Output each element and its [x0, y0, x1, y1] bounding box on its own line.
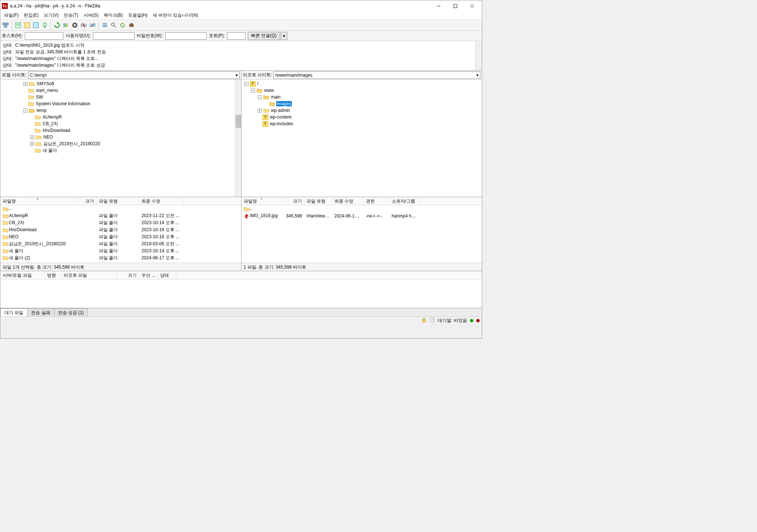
tree-item[interactable]: +김남돈_2019전시_20190220 [0, 140, 241, 147]
tree-expander[interactable]: − [258, 95, 262, 99]
compare-icon[interactable] [119, 21, 127, 29]
tree-expander[interactable]: + [258, 109, 262, 113]
file-row[interactable]: HncDownload 파일 폴더 2023-10-16 오후 ... [0, 226, 241, 233]
toggle-log-icon[interactable] [14, 21, 22, 29]
file-row[interactable]: AUtempR 파일 폴더 2023-11-22 오전 ... [0, 212, 241, 219]
menu-help[interactable]: 도움말(H) [126, 11, 150, 19]
col-date[interactable]: 최종 수정 [332, 197, 364, 205]
menu-edit[interactable]: 편집(E) [21, 11, 41, 19]
col-type[interactable]: 파일 유형 [97, 197, 139, 205]
tree-item[interactable]: images [241, 100, 482, 107]
tree-item[interactable]: −www [241, 87, 482, 94]
col-size[interactable]: 크기 [282, 197, 304, 205]
quickconnect-dropdown[interactable]: ▾ [281, 32, 287, 40]
col-direction[interactable]: 방향 [45, 271, 61, 279]
tree-item[interactable]: 새 폴더 [0, 147, 241, 154]
col-serverfile[interactable]: 서버/로컬 파일 [0, 271, 45, 279]
remote-path-input[interactable]: /www/main/images▾ [273, 72, 480, 79]
file-row[interactable]: IMG_1819.jpg 345,598 IrfanView J... 2024… [241, 212, 482, 219]
tree-expander[interactable]: + [30, 135, 34, 139]
close-button[interactable] [464, 1, 480, 11]
col-remotefile[interactable]: 리모트 파일 [61, 271, 117, 279]
reconnect-icon[interactable] [89, 21, 97, 29]
tree-item[interactable]: ?wp-content [241, 114, 482, 120]
tree-item[interactable]: CB_2차 [0, 120, 241, 127]
menu-update[interactable]: 새 버전이 있습니다!(N) [150, 11, 200, 19]
tree-expander[interactable]: − [23, 109, 27, 113]
col-filename[interactable]: ▴파일명 [0, 197, 74, 205]
col-perm[interactable]: 권한 [364, 197, 390, 205]
tree-item[interactable]: +wp-admin [241, 107, 482, 114]
log-scrollbar[interactable] [476, 41, 482, 70]
queue-header[interactable]: 서버/로컬 파일 방향 리모트 파일 크기 우선 ... 상태 [0, 271, 482, 279]
col-priority[interactable]: 우선 ... [139, 271, 158, 279]
menu-view[interactable]: 보기(V) [41, 11, 61, 19]
tree-item[interactable]: −?/ [241, 80, 482, 87]
col-size[interactable]: 크기 [117, 271, 139, 279]
tree-expander[interactable]: − [251, 89, 255, 93]
toggle-remote-tree-icon[interactable] [32, 21, 40, 29]
file-row[interactable]: CB_2차 파일 폴더 2023-10-14 오후 ... [0, 219, 241, 226]
col-owner[interactable]: 소유자/그룹 [390, 197, 419, 205]
minimize-button[interactable] [430, 1, 447, 11]
pass-input[interactable] [165, 32, 207, 40]
col-status[interactable]: 상태 [158, 271, 176, 279]
file-row[interactable]: 새 폴더 (2) 파일 폴더 2024-06-17 오후 ... [0, 255, 241, 262]
speed-limit-icon[interactable] [430, 317, 435, 324]
local-tree[interactable]: +SMYSoftstart_menuSWSystem Volume Inform… [0, 80, 241, 197]
remote-filelist-header[interactable]: ▴파일명 크기 파일 유형 최종 수정 권한 소유자/그룹 [241, 197, 482, 205]
remote-filelist-body[interactable]: .. IMG_1819.jpg 345,598 IrfanView J... 2… [241, 205, 482, 263]
col-type[interactable]: 파일 유형 [304, 197, 332, 205]
maximize-button[interactable] [447, 1, 464, 11]
tree-item[interactable]: +NEO [0, 134, 241, 140]
host-input[interactable] [25, 32, 63, 40]
tree-item[interactable]: −main [241, 94, 482, 100]
col-size[interactable]: 크기 [74, 197, 97, 205]
process-queue-icon[interactable] [62, 21, 70, 29]
local-path-input[interactable]: C:\temp\▾ [28, 72, 240, 79]
file-row[interactable]: .. [241, 205, 482, 212]
tree-expander[interactable]: + [30, 142, 34, 146]
menu-server[interactable]: 서버(S) [81, 11, 101, 19]
tree-item[interactable]: AUtempR [0, 114, 241, 120]
cancel-icon[interactable] [71, 21, 79, 29]
tree-item[interactable]: start_menu [0, 87, 241, 94]
col-date[interactable]: 최종 수정 [139, 197, 184, 205]
tree-item[interactable]: System Volume Information [0, 100, 241, 107]
file-row[interactable]: 김남돈_2019전시_20190220 파일 폴더 2019-03-06 오전 … [0, 240, 241, 247]
local-tree-scrollbar[interactable] [235, 80, 241, 197]
tree-item[interactable]: +SMYSoft [0, 80, 241, 87]
toggle-queue-icon[interactable] [41, 21, 49, 29]
col-filename[interactable]: ▴파일명 [241, 197, 282, 205]
lock-icon[interactable] [421, 317, 427, 324]
menu-transfer[interactable]: 전송(T) [61, 11, 80, 19]
tab-successful[interactable]: 전송 성공 (1) [54, 308, 88, 316]
search-icon[interactable] [110, 21, 118, 29]
refresh-icon[interactable] [53, 21, 61, 29]
queue-body[interactable] [0, 279, 482, 308]
tree-item[interactable]: −temp [0, 107, 241, 114]
tree-item[interactable]: ?wp-includes [241, 120, 482, 127]
local-filelist-header[interactable]: ▴파일명 크기 파일 유형 최종 수정 [0, 197, 241, 205]
binoculars-icon[interactable] [127, 21, 136, 29]
file-row[interactable]: .. [0, 205, 241, 212]
file-row[interactable]: 새 폴더 파일 폴더 2023-10-14 오후 ... [0, 247, 241, 255]
disconnect-icon[interactable] [80, 21, 88, 29]
remote-tree[interactable]: −?/−www−mainimages+wp-admin?wp-content?w… [241, 80, 482, 197]
tab-failed[interactable]: 전송 실패 [27, 308, 54, 316]
tree-expander[interactable]: − [244, 82, 249, 86]
menu-bookmark[interactable]: 북마크(B) [101, 11, 125, 19]
quickconnect-button[interactable]: 빠른 연결(Q) [248, 32, 280, 40]
site-manager-icon[interactable] [2, 21, 10, 29]
toggle-local-tree-icon[interactable] [23, 21, 31, 29]
tree-expander[interactable]: + [23, 82, 27, 86]
menu-file[interactable]: 파일(F) [2, 11, 21, 19]
user-input[interactable] [93, 32, 134, 40]
file-row[interactable]: NEO 파일 폴더 2023-10-16 오후 ... [0, 233, 241, 240]
message-log[interactable]: 상태: C:\temp\IMG_1819.jpg 업로드 시작상태: 파일 전송… [0, 41, 482, 71]
tab-queued[interactable]: 대기 파일 [0, 308, 27, 316]
filter-icon[interactable] [101, 21, 109, 29]
tree-item[interactable]: SW [0, 94, 241, 100]
tree-item[interactable]: HncDownload [0, 127, 241, 134]
local-filelist-body[interactable]: .. AUtempR 파일 폴더 2023-11-22 오전 ... CB_2차… [0, 205, 241, 263]
